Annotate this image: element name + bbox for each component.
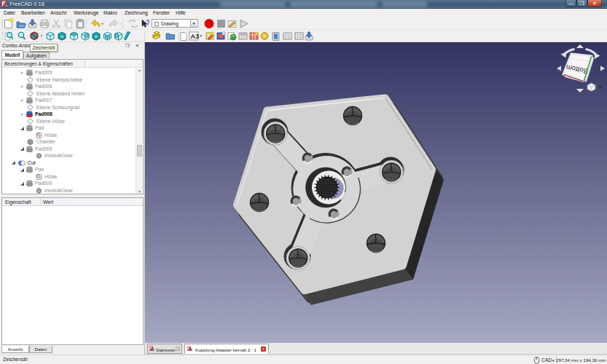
svg-text:?: ?	[146, 19, 149, 27]
svg-text:A3: A3	[191, 33, 200, 40]
